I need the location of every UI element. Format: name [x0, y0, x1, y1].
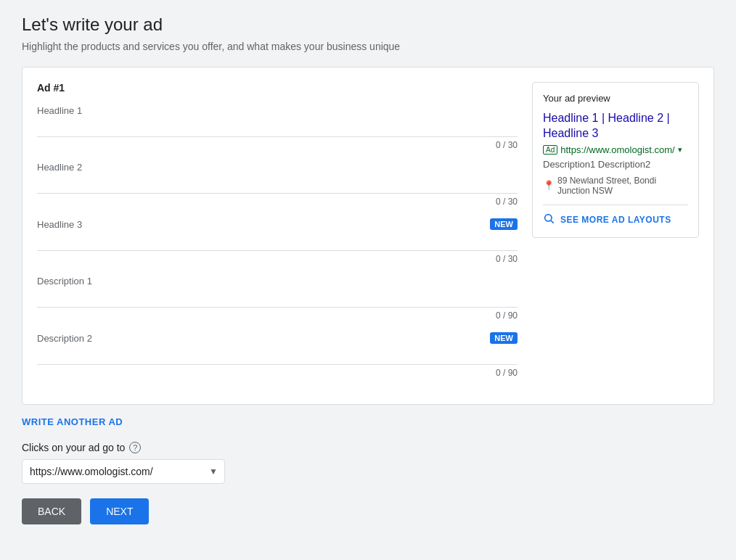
- svg-line-1: [551, 221, 554, 223]
- ad-preview-panel: Your ad preview Headline 1 | Headline 2 …: [532, 82, 699, 238]
- description2-label: Description 2: [37, 333, 92, 344]
- description2-label-row: Description 2 NEW: [37, 332, 518, 344]
- headline1-char-count: 0 / 30: [37, 140, 518, 150]
- headline2-input[interactable]: [37, 176, 518, 194]
- description1-char-count: 0 / 90: [37, 310, 518, 321]
- description1-group: Description 1 0 / 90: [37, 276, 518, 321]
- location-pin-icon: 📍: [543, 180, 555, 191]
- description1-label: Description 1: [37, 276, 92, 287]
- description1-label-row: Description 1: [37, 276, 518, 287]
- headline3-group: Headline 3 NEW 0 / 30: [37, 218, 518, 264]
- preview-url: https://www.omologist.com/: [560, 144, 675, 155]
- description2-char-count: 0 / 90: [37, 368, 518, 378]
- description2-input[interactable]: [37, 347, 518, 365]
- url-select[interactable]: https://www.omologist.com/: [22, 459, 225, 484]
- headline1-group: Headline 1 0 / 30: [37, 105, 518, 150]
- button-row: BACK NEXT: [22, 498, 714, 524]
- preview-headline: Headline 1 | Headline 2 | Headline 3: [543, 111, 688, 141]
- description2-new-badge: NEW: [490, 332, 518, 344]
- headline1-input[interactable]: [37, 119, 518, 137]
- headline3-input[interactable]: [37, 233, 518, 251]
- page-title: Let's write your ad: [22, 15, 714, 35]
- see-more-text: SEE MORE AD LAYOUTS: [560, 215, 671, 225]
- clicks-label-row: Clicks on your ad go to ?: [22, 442, 714, 453]
- description1-input[interactable]: [37, 289, 518, 308]
- headline3-new-badge: NEW: [490, 218, 518, 230]
- headline1-label-row: Headline 1: [37, 105, 518, 116]
- preview-location-text: 89 Newland Street, Bondi Junction NSW: [557, 176, 688, 196]
- write-another-ad-button[interactable]: WRITE ANOTHER AD: [22, 416, 714, 427]
- ad-label: Ad: [543, 145, 557, 155]
- headline3-char-count: 0 / 30: [37, 254, 518, 264]
- back-button[interactable]: BACK: [22, 498, 81, 524]
- search-icon: [543, 213, 555, 227]
- preview-location: 📍 89 Newland Street, Bondi Junction NSW: [543, 176, 688, 196]
- headline3-label-row: Headline 3 NEW: [37, 218, 518, 230]
- preview-title: Your ad preview: [543, 93, 688, 104]
- headline1-label: Headline 1: [37, 105, 82, 116]
- headline2-label: Headline 2: [37, 162, 82, 173]
- page-subtitle: Highlight the products and services you …: [22, 41, 714, 52]
- see-more-layouts-button[interactable]: SEE MORE AD LAYOUTS: [543, 205, 688, 227]
- ad-card-title: Ad #1: [37, 82, 518, 94]
- ad-form: Ad #1 Headline 1 0 / 30 Headline 2 0 / 3…: [37, 82, 518, 390]
- headline3-label: Headline 3: [37, 219, 82, 230]
- next-button[interactable]: NEXT: [90, 498, 149, 524]
- preview-description: Description1 Description2: [543, 158, 688, 171]
- headline2-group: Headline 2 0 / 30: [37, 162, 518, 207]
- clicks-label: Clicks on your ad go to: [22, 442, 125, 453]
- svg-point-0: [545, 214, 552, 221]
- url-select-wrapper: https://www.omologist.com/ ▼: [22, 459, 225, 484]
- preview-url-arrow: ▾: [678, 145, 682, 155]
- headline2-label-row: Headline 2: [37, 162, 518, 173]
- help-icon[interactable]: ?: [129, 442, 141, 453]
- clicks-section: Clicks on your ad go to ? https://www.om…: [22, 442, 714, 484]
- description2-group: Description 2 NEW 0 / 90: [37, 332, 518, 378]
- ad-card: Ad #1 Headline 1 0 / 30 Headline 2 0 / 3…: [22, 67, 714, 405]
- headline2-char-count: 0 / 30: [37, 197, 518, 207]
- preview-url-row: Ad https://www.omologist.com/ ▾: [543, 144, 688, 155]
